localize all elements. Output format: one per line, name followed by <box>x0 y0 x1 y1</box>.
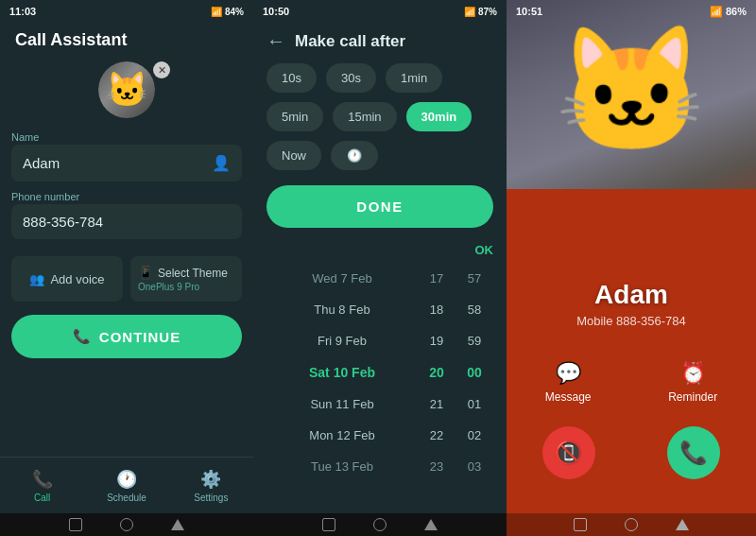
picker-date-1: Thu 8 Feb <box>266 294 418 325</box>
accept-call-icon: 📞 <box>679 440 708 466</box>
caller-number: Mobile 888-356-784 <box>507 314 756 328</box>
picker-min-6: 03 <box>455 451 493 482</box>
nav-schedule[interactable]: 🕐 Schedule <box>84 458 168 513</box>
avatar[interactable] <box>98 61 155 118</box>
time-chip-15min[interactable]: 15min <box>333 102 396 131</box>
phone-input-row[interactable]: 888-356-784 <box>11 204 242 239</box>
picker-date-4: Sun 11 Feb <box>266 389 418 420</box>
picker-hour-3: 20 <box>418 356 455 389</box>
phone-icon: 📞 <box>73 328 92 345</box>
battery-3: 86% <box>726 6 747 17</box>
picker-hour-col: 17 18 19 20 21 22 23 <box>418 263 455 482</box>
name-input-row[interactable]: Adam 👤 <box>11 145 242 182</box>
remove-badge[interactable]: ✕ <box>153 61 170 78</box>
message-label: Message <box>545 390 592 404</box>
call-buttons: 📵 📞 <box>507 426 756 479</box>
picker-min-4: 01 <box>455 389 493 420</box>
phone-field-group: Phone number 888-356-784 <box>11 191 242 239</box>
time-chip-30min[interactable]: 30min <box>406 102 472 131</box>
picker-scroll: Wed 7 Feb Thu 8 Feb Fri 9 Feb Sat 10 Feb… <box>253 263 507 482</box>
reminder-label: Reminder <box>668 390 717 404</box>
picker-min-3: 00 <box>455 356 493 389</box>
reminder-icon: ⏰ <box>680 361 706 386</box>
picker-hour-1: 18 <box>418 294 455 325</box>
message-action[interactable]: 💬 Message <box>545 361 592 404</box>
name-field-group: Name Adam 👤 <box>11 131 242 182</box>
picker-date-2: Fri 9 Feb <box>266 325 418 356</box>
picker-date-5: Mon 12 Feb <box>266 420 418 451</box>
system-nav-3 <box>507 513 756 536</box>
reminder-action[interactable]: ⏰ Reminder <box>668 361 717 404</box>
back-btn-1[interactable] <box>120 518 133 531</box>
time-chip-5min[interactable]: 5min <box>266 102 323 131</box>
picker-hour-6: 23 <box>418 451 455 482</box>
time-chip-now[interactable]: Now <box>266 141 321 170</box>
end-call-icon: 📵 <box>555 440 583 466</box>
nav-settings[interactable]: ⚙️ Settings <box>169 458 253 513</box>
picker-min-1: 58 <box>455 294 493 325</box>
picker-date-0: Wed 7 Feb <box>266 263 418 294</box>
voice-icon: 👥 <box>29 272 44 286</box>
back-button[interactable]: ← <box>266 30 285 52</box>
continue-label: CONTINUE <box>99 329 180 345</box>
bottom-nav: 📞 Call 🕐 Schedule ⚙️ Settings <box>0 457 253 513</box>
avatar-container: ✕ <box>0 61 253 118</box>
phone-label: Phone number <box>11 191 242 202</box>
end-call-button[interactable]: 📵 <box>542 426 595 479</box>
caller-cat-image: 🐱 <box>555 19 708 163</box>
time-options-grid: 10s 30s 1min 5min 15min 30min Now 🕐 <box>253 63 507 170</box>
settings-nav-label: Settings <box>194 493 228 503</box>
time-chip-30s[interactable]: 30s <box>326 63 376 93</box>
signal-icon-2: 📶 <box>464 7 475 17</box>
time-chip-clock[interactable]: 🕐 <box>331 141 378 170</box>
recent-btn-3[interactable] <box>676 519 689 530</box>
home-btn-2[interactable] <box>322 518 335 531</box>
status-bar-3: 10:51 📶 86% <box>507 0 756 23</box>
name-label: Name <box>11 131 242 143</box>
call-assistant-panel: 11:03 📶 84% Call Assistant ✕ Name Adam 👤… <box>0 0 253 536</box>
picker-min-col: 57 58 59 00 01 02 03 <box>455 263 493 482</box>
caller-info: Adam Mobile 888-356-784 <box>507 280 756 328</box>
date-picker[interactable]: OK Wed 7 Feb Thu 8 Feb Fri 9 Feb Sat 10 … <box>253 237 507 513</box>
time-3: 10:51 <box>516 6 542 17</box>
schedule-nav-icon: 🕐 <box>116 469 137 490</box>
time-chip-10s[interactable]: 10s <box>266 63 317 93</box>
select-theme-button[interactable]: 📱 Select Theme OnePlus 9 Pro <box>130 256 242 302</box>
time-1: 11:03 <box>9 6 36 17</box>
recent-btn-1[interactable] <box>171 519 184 530</box>
back-btn-2[interactable] <box>373 518 387 531</box>
picker-min-5: 02 <box>455 420 493 451</box>
call-actions-top: 💬 Message ⏰ Reminder <box>507 361 756 404</box>
nav-call[interactable]: 📞 Call <box>0 458 84 513</box>
time-2: 10:50 <box>263 6 289 17</box>
settings-nav-icon: ⚙️ <box>200 469 221 490</box>
time-chip-1min[interactable]: 1min <box>386 63 442 93</box>
recent-btn-2[interactable] <box>424 519 438 530</box>
call-nav-label: Call <box>34 493 50 503</box>
status-bar-2: 10:50 📶 87% <box>253 0 507 23</box>
status-bar-1: 11:03 📶 84% <box>0 0 253 23</box>
theme-title: Select Theme <box>158 267 228 280</box>
accept-call-button[interactable]: 📞 <box>667 426 720 479</box>
status-icons-2: 📶 87% <box>464 7 497 17</box>
make-call-after-panel: 10:50 📶 87% ← Make call after 10s 30s 1m… <box>253 0 507 536</box>
message-icon: 💬 <box>556 361 581 386</box>
home-btn-3[interactable] <box>574 518 587 531</box>
home-btn-1[interactable] <box>69 518 82 531</box>
picker-date-col: Wed 7 Feb Thu 8 Feb Fri 9 Feb Sat 10 Feb… <box>266 263 418 482</box>
system-nav-1 <box>0 513 253 536</box>
picker-min-2: 59 <box>455 325 493 356</box>
cat-image <box>98 61 155 118</box>
add-voice-button[interactable]: 👥 Add voice <box>11 256 123 302</box>
done-button[interactable]: DONE <box>266 185 493 228</box>
continue-button[interactable]: 📞 CONTINUE <box>11 315 242 358</box>
battery-2: 87% <box>478 7 497 17</box>
picker-hour-0: 17 <box>418 263 455 294</box>
battery-1: 84% <box>225 7 244 17</box>
name-value: Adam <box>23 155 60 171</box>
page-title-1: Call Assistant <box>0 23 253 61</box>
picker-hour-5: 22 <box>418 420 455 451</box>
picker-ok[interactable]: OK <box>253 237 507 263</box>
picker-date-3: Sat 10 Feb <box>266 356 418 389</box>
back-btn-3[interactable] <box>625 518 638 531</box>
